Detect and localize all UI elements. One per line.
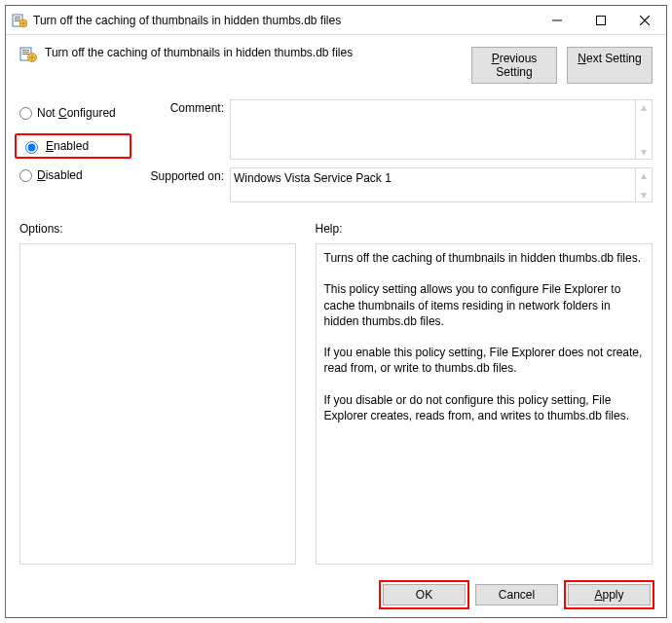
help-label: Help:	[316, 222, 653, 236]
window-icon	[12, 13, 27, 28]
svg-rect-8	[22, 52, 29, 53]
comment-input[interactable]	[230, 99, 636, 160]
help-paragraph: This policy setting allows you to config…	[324, 281, 645, 329]
radio-not-configured[interactable]: Not Configured	[19, 106, 127, 120]
comment-scrollbar[interactable]: ▴▾	[636, 99, 653, 160]
options-box	[19, 243, 296, 565]
close-button[interactable]	[622, 6, 666, 34]
config-area: Not Configured Enabled Disabled Comment:…	[19, 99, 653, 210]
next-setting-button[interactable]: Next Setting	[567, 47, 653, 84]
footer: OK Cancel Apply	[6, 574, 666, 617]
svg-rect-3	[15, 20, 20, 21]
state-radios: Not Configured Enabled Disabled	[19, 99, 127, 210]
options-label: Options:	[19, 222, 296, 236]
policy-dialog: Turn off the caching of thumbnails in hi…	[5, 5, 667, 618]
supported-scrollbar[interactable]: ▴▾	[636, 167, 653, 202]
help-box: Turns off the caching of thumbnails in h…	[316, 243, 653, 565]
cancel-button[interactable]: Cancel	[475, 584, 558, 605]
supported-label: Supported on:	[140, 167, 230, 202]
policy-name: Turn off the caching of thumbnails in hi…	[45, 45, 464, 59]
sections: Options: Help: Turns off the caching of …	[19, 222, 653, 565]
policy-icon	[19, 46, 37, 63]
radio-disabled[interactable]: Disabled	[19, 168, 127, 182]
header-row: Turn off the caching of thumbnails in hi…	[19, 45, 653, 84]
svg-rect-7	[22, 50, 29, 51]
svg-rect-1	[15, 17, 20, 18]
comment-row: Comment: ▴▾	[140, 99, 653, 160]
radio-enabled[interactable]: Enabled	[15, 133, 131, 159]
comment-label: Comment:	[140, 99, 230, 160]
ok-button[interactable]: OK	[383, 584, 466, 605]
svg-rect-2	[15, 18, 20, 19]
maximize-button[interactable]	[579, 6, 622, 34]
radio-not-configured-input[interactable]	[19, 107, 32, 120]
radio-disabled-input[interactable]	[19, 169, 32, 182]
help-paragraph: If you disable or do not configure this …	[324, 392, 645, 423]
previous-setting-button[interactable]: Previous Setting	[471, 47, 557, 84]
minimize-button[interactable]	[535, 6, 579, 34]
titlebar: Turn off the caching of thumbnails in hi…	[6, 6, 666, 35]
supported-row: Supported on: ▴▾	[140, 167, 653, 202]
supported-on-text	[230, 167, 636, 202]
radio-enabled-input[interactable]	[25, 141, 38, 154]
svg-rect-5	[596, 16, 605, 24]
help-paragraph: If you enable this policy setting, File …	[324, 345, 645, 376]
window-title: Turn off the caching of thumbnails in hi…	[33, 14, 535, 27]
help-paragraph: Turns off the caching of thumbnails in h…	[324, 250, 645, 266]
svg-rect-9	[22, 54, 29, 55]
apply-button[interactable]: Apply	[568, 584, 651, 605]
